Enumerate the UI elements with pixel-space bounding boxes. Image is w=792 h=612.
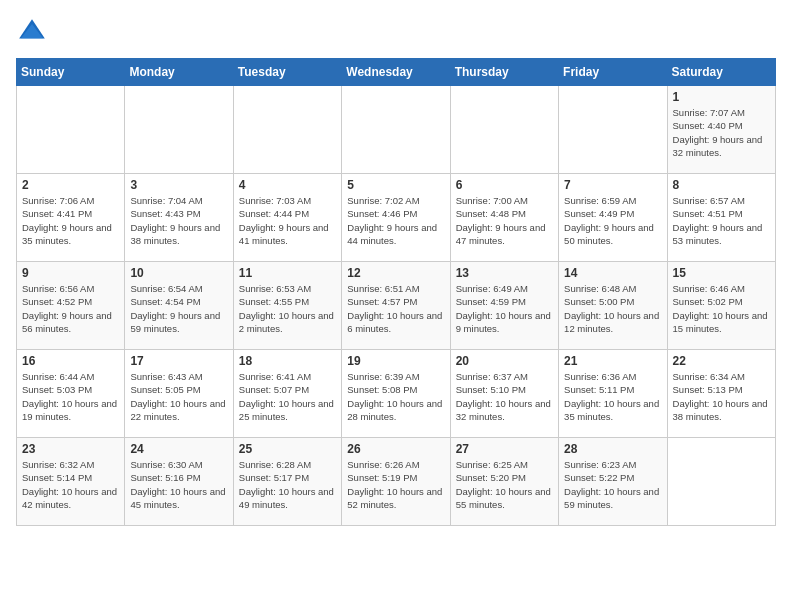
- day-number: 7: [564, 178, 661, 192]
- day-info: Sunrise: 6:28 AM Sunset: 5:17 PM Dayligh…: [239, 458, 336, 511]
- calendar-cell: 26 Sunrise: 6:26 AM Sunset: 5:19 PM Dayl…: [342, 438, 450, 526]
- calendar-cell: 23 Sunrise: 6:32 AM Sunset: 5:14 PM Dayl…: [17, 438, 125, 526]
- day-number: 25: [239, 442, 336, 456]
- calendar-week-row: 23 Sunrise: 6:32 AM Sunset: 5:14 PM Dayl…: [17, 438, 776, 526]
- day-info: Sunrise: 6:51 AM Sunset: 4:57 PM Dayligh…: [347, 282, 444, 335]
- calendar-cell: 21 Sunrise: 6:36 AM Sunset: 5:11 PM Dayl…: [559, 350, 667, 438]
- weekday-header-saturday: Saturday: [667, 59, 775, 86]
- calendar-cell: 3 Sunrise: 7:04 AM Sunset: 4:43 PM Dayli…: [125, 174, 233, 262]
- calendar-cell: [17, 86, 125, 174]
- day-info: Sunrise: 6:57 AM Sunset: 4:51 PM Dayligh…: [673, 194, 770, 247]
- day-number: 28: [564, 442, 661, 456]
- calendar-week-row: 9 Sunrise: 6:56 AM Sunset: 4:52 PM Dayli…: [17, 262, 776, 350]
- day-info: Sunrise: 6:25 AM Sunset: 5:20 PM Dayligh…: [456, 458, 553, 511]
- weekday-header-friday: Friday: [559, 59, 667, 86]
- day-number: 5: [347, 178, 444, 192]
- calendar-cell: 12 Sunrise: 6:51 AM Sunset: 4:57 PM Dayl…: [342, 262, 450, 350]
- day-number: 8: [673, 178, 770, 192]
- day-info: Sunrise: 6:37 AM Sunset: 5:10 PM Dayligh…: [456, 370, 553, 423]
- calendar-cell: 7 Sunrise: 6:59 AM Sunset: 4:49 PM Dayli…: [559, 174, 667, 262]
- day-number: 10: [130, 266, 227, 280]
- day-info: Sunrise: 6:56 AM Sunset: 4:52 PM Dayligh…: [22, 282, 119, 335]
- calendar-cell: [342, 86, 450, 174]
- calendar-week-row: 1 Sunrise: 7:07 AM Sunset: 4:40 PM Dayli…: [17, 86, 776, 174]
- weekday-header-tuesday: Tuesday: [233, 59, 341, 86]
- day-info: Sunrise: 6:23 AM Sunset: 5:22 PM Dayligh…: [564, 458, 661, 511]
- day-info: Sunrise: 6:49 AM Sunset: 4:59 PM Dayligh…: [456, 282, 553, 335]
- weekday-header-monday: Monday: [125, 59, 233, 86]
- calendar-cell: 18 Sunrise: 6:41 AM Sunset: 5:07 PM Dayl…: [233, 350, 341, 438]
- day-info: Sunrise: 6:46 AM Sunset: 5:02 PM Dayligh…: [673, 282, 770, 335]
- day-info: Sunrise: 7:03 AM Sunset: 4:44 PM Dayligh…: [239, 194, 336, 247]
- day-info: Sunrise: 6:32 AM Sunset: 5:14 PM Dayligh…: [22, 458, 119, 511]
- day-info: Sunrise: 6:59 AM Sunset: 4:49 PM Dayligh…: [564, 194, 661, 247]
- day-number: 2: [22, 178, 119, 192]
- day-info: Sunrise: 7:04 AM Sunset: 4:43 PM Dayligh…: [130, 194, 227, 247]
- day-info: Sunrise: 7:00 AM Sunset: 4:48 PM Dayligh…: [456, 194, 553, 247]
- day-info: Sunrise: 6:54 AM Sunset: 4:54 PM Dayligh…: [130, 282, 227, 335]
- day-number: 26: [347, 442, 444, 456]
- day-number: 21: [564, 354, 661, 368]
- weekday-header-wednesday: Wednesday: [342, 59, 450, 86]
- day-number: 9: [22, 266, 119, 280]
- calendar-cell: 4 Sunrise: 7:03 AM Sunset: 4:44 PM Dayli…: [233, 174, 341, 262]
- weekday-header-sunday: Sunday: [17, 59, 125, 86]
- calendar-cell: [125, 86, 233, 174]
- calendar-week-row: 2 Sunrise: 7:06 AM Sunset: 4:41 PM Dayli…: [17, 174, 776, 262]
- calendar-week-row: 16 Sunrise: 6:44 AM Sunset: 5:03 PM Dayl…: [17, 350, 776, 438]
- day-info: Sunrise: 6:53 AM Sunset: 4:55 PM Dayligh…: [239, 282, 336, 335]
- calendar-cell: 24 Sunrise: 6:30 AM Sunset: 5:16 PM Dayl…: [125, 438, 233, 526]
- calendar-cell: 17 Sunrise: 6:43 AM Sunset: 5:05 PM Dayl…: [125, 350, 233, 438]
- calendar-cell: 9 Sunrise: 6:56 AM Sunset: 4:52 PM Dayli…: [17, 262, 125, 350]
- day-info: Sunrise: 6:44 AM Sunset: 5:03 PM Dayligh…: [22, 370, 119, 423]
- calendar-cell: [667, 438, 775, 526]
- calendar-cell: [559, 86, 667, 174]
- day-number: 4: [239, 178, 336, 192]
- day-number: 23: [22, 442, 119, 456]
- day-number: 11: [239, 266, 336, 280]
- calendar-cell: 5 Sunrise: 7:02 AM Sunset: 4:46 PM Dayli…: [342, 174, 450, 262]
- calendar-cell: 16 Sunrise: 6:44 AM Sunset: 5:03 PM Dayl…: [17, 350, 125, 438]
- calendar-cell: 14 Sunrise: 6:48 AM Sunset: 5:00 PM Dayl…: [559, 262, 667, 350]
- calendar-cell: 25 Sunrise: 6:28 AM Sunset: 5:17 PM Dayl…: [233, 438, 341, 526]
- day-number: 14: [564, 266, 661, 280]
- day-info: Sunrise: 6:36 AM Sunset: 5:11 PM Dayligh…: [564, 370, 661, 423]
- day-info: Sunrise: 6:30 AM Sunset: 5:16 PM Dayligh…: [130, 458, 227, 511]
- day-number: 17: [130, 354, 227, 368]
- day-info: Sunrise: 7:06 AM Sunset: 4:41 PM Dayligh…: [22, 194, 119, 247]
- logo-icon: [16, 16, 48, 48]
- calendar-table: SundayMondayTuesdayWednesdayThursdayFrid…: [16, 58, 776, 526]
- day-info: Sunrise: 6:43 AM Sunset: 5:05 PM Dayligh…: [130, 370, 227, 423]
- calendar-cell: 27 Sunrise: 6:25 AM Sunset: 5:20 PM Dayl…: [450, 438, 558, 526]
- calendar-cell: 10 Sunrise: 6:54 AM Sunset: 4:54 PM Dayl…: [125, 262, 233, 350]
- day-info: Sunrise: 7:02 AM Sunset: 4:46 PM Dayligh…: [347, 194, 444, 247]
- day-info: Sunrise: 7:07 AM Sunset: 4:40 PM Dayligh…: [673, 106, 770, 159]
- page-header: [16, 16, 776, 48]
- calendar-cell: 6 Sunrise: 7:00 AM Sunset: 4:48 PM Dayli…: [450, 174, 558, 262]
- day-info: Sunrise: 6:41 AM Sunset: 5:07 PM Dayligh…: [239, 370, 336, 423]
- weekday-header-thursday: Thursday: [450, 59, 558, 86]
- calendar-cell: 19 Sunrise: 6:39 AM Sunset: 5:08 PM Dayl…: [342, 350, 450, 438]
- day-number: 27: [456, 442, 553, 456]
- day-number: 12: [347, 266, 444, 280]
- weekday-header-row: SundayMondayTuesdayWednesdayThursdayFrid…: [17, 59, 776, 86]
- calendar-cell: 15 Sunrise: 6:46 AM Sunset: 5:02 PM Dayl…: [667, 262, 775, 350]
- day-number: 18: [239, 354, 336, 368]
- calendar-cell: 8 Sunrise: 6:57 AM Sunset: 4:51 PM Dayli…: [667, 174, 775, 262]
- day-number: 3: [130, 178, 227, 192]
- day-number: 13: [456, 266, 553, 280]
- day-info: Sunrise: 6:26 AM Sunset: 5:19 PM Dayligh…: [347, 458, 444, 511]
- day-number: 24: [130, 442, 227, 456]
- day-number: 15: [673, 266, 770, 280]
- logo: [16, 16, 52, 48]
- calendar-cell: 11 Sunrise: 6:53 AM Sunset: 4:55 PM Dayl…: [233, 262, 341, 350]
- calendar-cell: 1 Sunrise: 7:07 AM Sunset: 4:40 PM Dayli…: [667, 86, 775, 174]
- day-info: Sunrise: 6:34 AM Sunset: 5:13 PM Dayligh…: [673, 370, 770, 423]
- day-number: 1: [673, 90, 770, 104]
- day-number: 20: [456, 354, 553, 368]
- calendar-cell: 2 Sunrise: 7:06 AM Sunset: 4:41 PM Dayli…: [17, 174, 125, 262]
- calendar-cell: [450, 86, 558, 174]
- day-info: Sunrise: 6:48 AM Sunset: 5:00 PM Dayligh…: [564, 282, 661, 335]
- calendar-cell: 13 Sunrise: 6:49 AM Sunset: 4:59 PM Dayl…: [450, 262, 558, 350]
- calendar-cell: [233, 86, 341, 174]
